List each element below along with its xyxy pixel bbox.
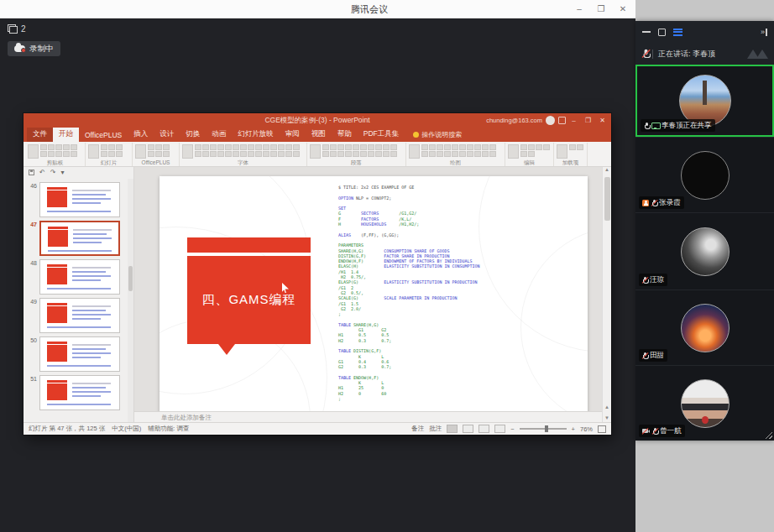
ribbon-button[interactable] [225,151,232,157]
previous-slide-icon[interactable]: ▲ [603,404,611,410]
ribbon-button[interactable] [278,151,285,157]
ribbon-button[interactable] [155,151,162,157]
ribbon-button[interactable] [383,151,390,157]
title-bubble[interactable]: 四、GAMS编程 [187,256,311,344]
ribbon-button[interactable] [48,144,55,150]
ribbon-button[interactable] [322,151,329,157]
slideshow-view-icon[interactable] [494,425,505,433]
ribbon-button[interactable] [508,144,519,159]
ribbon-button[interactable] [248,151,254,157]
ribbon-button[interactable] [345,151,352,157]
ribbon-button[interactable] [148,144,154,150]
ribbon-button[interactable] [217,151,224,157]
ribbon-button[interactable] [28,144,39,159]
ribbon-button[interactable] [108,144,115,150]
ribbon-button[interactable] [368,144,374,150]
ribbon-button[interactable] [459,151,466,157]
ribbon-button[interactable] [48,151,55,157]
ppt-tab[interactable]: 切换 [180,128,206,142]
ppt-tab[interactable]: 视图 [306,128,332,142]
ribbon-button[interactable] [148,151,154,157]
ribbon-button[interactable] [248,144,254,150]
ribbon-button[interactable] [489,151,496,157]
list-view-icon[interactable] [673,29,682,36]
ppt-tab[interactable]: 插入 [128,128,154,142]
ribbon-button[interactable] [337,144,344,150]
maximize-button[interactable]: ❐ [590,0,612,18]
ribbon-button[interactable] [293,144,300,150]
ribbon-button[interactable] [101,151,107,157]
ribbon-button[interactable] [233,144,239,150]
participant-tile[interactable]: 汪琼 [635,212,774,289]
ribbon-button[interactable] [182,144,193,159]
slide-47[interactable]: 四、GAMS编程 $ TITLE: 2x2 CES EXAMPLE OF GEO… [160,176,588,414]
slide-thumbnail[interactable] [39,298,120,333]
ribbon-button[interactable] [155,144,162,150]
ribbon-button[interactable] [40,144,47,150]
ppt-tab[interactable]: 帮助 [332,128,358,142]
meeting-titlebar[interactable]: 腾讯会议 – ❐ ✕ [0,0,635,18]
save-icon[interactable] [29,170,34,175]
ribbon-button[interactable] [225,144,232,150]
slide-thumbnail[interactable] [39,259,120,295]
ppt-tab[interactable]: PDF工具集 [358,128,405,142]
ribbon-button[interactable] [482,144,489,150]
ribbon-button[interactable] [429,144,436,150]
zoom-out-icon[interactable]: − [510,425,514,433]
ribbon-button[interactable] [217,144,224,150]
ribbon-button[interactable] [240,144,247,150]
ribbon-button[interactable] [116,144,123,150]
ribbon-button[interactable] [202,151,209,157]
recording-badge[interactable]: 录制中 [8,41,60,56]
ribbon-button[interactable] [390,144,397,150]
ribbon-button[interactable] [467,151,473,157]
panel-resize-handle[interactable] [764,430,772,439]
ribbon-button[interactable] [285,144,292,150]
accessibility-status[interactable]: 辅助功能: 调查 [148,425,189,433]
ribbon-button[interactable] [520,144,527,150]
ppt-tab[interactable]: 设计 [154,128,180,142]
ppt-tab[interactable]: 文件 [27,128,53,142]
ribbon-button[interactable] [71,144,77,150]
tell-me-search[interactable]: 操作说明搜索 [413,130,462,139]
ribbon-button[interactable] [255,151,262,157]
ribbon-button[interactable] [195,144,201,150]
thumbnail-scrollbar[interactable] [128,179,133,422]
ppt-close-button[interactable]: ✕ [595,113,609,128]
ribbon-button[interactable] [195,151,201,157]
slide-thumbnail[interactable] [39,375,120,410]
comments-toggle[interactable]: 批注 [429,425,442,433]
ribbon-button[interactable] [482,151,489,157]
participant-tile[interactable]: 曾一航 [635,365,774,441]
ribbon-button[interactable] [40,151,47,157]
ribbon-button[interactable] [116,151,123,157]
ribbon-button[interactable] [108,151,115,157]
ribbon-button[interactable] [330,144,337,150]
ribbon-button[interactable] [557,144,567,159]
zoom-level[interactable]: 76% [580,425,593,433]
ribbon-button[interactable] [528,144,535,150]
panel-window-icon[interactable] [658,29,666,36]
ribbon-button[interactable] [330,151,337,157]
ribbon-button[interactable] [63,144,70,150]
shared-screens-indicator[interactable]: 2 [8,24,26,34]
ribbon-button[interactable] [263,151,269,157]
language-indicator[interactable]: 中文(中国) [112,425,141,433]
ribbon-button[interactable] [452,144,458,150]
slide-counter[interactable]: 幻灯片 第 47 张，共 125 张 [29,425,105,433]
ribbon-button[interactable] [421,144,428,150]
ribbon-button[interactable] [444,144,451,150]
ribbon-button[interactable] [437,144,443,150]
ribbon-button[interactable] [437,151,443,157]
ribbon-button[interactable] [536,144,542,150]
ribbon-button[interactable] [390,151,397,157]
ribbon-button[interactable] [270,151,277,157]
ribbon-button[interactable] [360,144,367,150]
ribbon-button[interactable] [459,144,466,150]
ribbon-button[interactable] [71,151,77,157]
ppt-tab[interactable]: 开始 [53,128,79,142]
account-avatar[interactable] [546,116,555,125]
ppt-tab[interactable]: 幻灯片放映 [232,128,280,142]
ribbon-button[interactable] [474,151,481,157]
ribbon-display-options-icon[interactable] [558,117,566,124]
